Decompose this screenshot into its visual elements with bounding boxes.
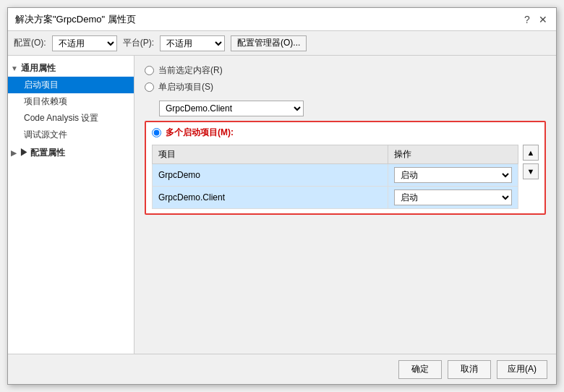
main-area: 通用属性 启动项目 项目依赖项 Code Analysis 设置 调试源文件 ▶…: [8, 56, 556, 354]
title-bar-controls: ? ✕: [521, 14, 549, 25]
multi-label-row: 多个启动项目(M):: [152, 127, 539, 139]
single-project-select[interactable]: GrpcDemo.Client: [159, 101, 304, 116]
startup-label: 启动项目: [24, 79, 59, 91]
startup-radio-group: 当前选定内容(R) 单启动项目(S): [145, 64, 546, 93]
action-select-2[interactable]: 启动 无操作 启动（不调试）: [394, 189, 512, 205]
dialog: 解决方案"GrpcDemo" 属性页 ? ✕ 配置(O): 不适用 平台(P):…: [7, 7, 557, 385]
move-up-button[interactable]: ▲: [523, 145, 539, 161]
multi-startup-section: 多个启动项目(M): 项目 操作: [145, 121, 546, 215]
action-select-1[interactable]: 启动 无操作 启动（不调试）: [394, 167, 512, 183]
close-button[interactable]: ✕: [537, 14, 549, 25]
general-props-label: 通用属性: [21, 62, 56, 74]
action-cell-2: 启动 无操作 启动（不调试）: [388, 187, 518, 209]
ok-button[interactable]: 确定: [398, 360, 442, 379]
projects-area: 项目 操作 GrpcDemo 启动: [152, 145, 539, 209]
radio-single-label: 单启动项目(S): [158, 81, 213, 93]
radio-current[interactable]: [145, 66, 154, 75]
sidebar-item-code-analysis[interactable]: Code Analysis 设置: [8, 110, 134, 127]
cancel-button[interactable]: 取消: [448, 360, 491, 379]
footer: 确定 取消 应用(A): [8, 354, 556, 384]
action-cell-1: 启动 无操作 启动（不调试）: [388, 164, 518, 187]
deps-label: 项目依赖项: [24, 95, 67, 108]
code-analysis-label: Code Analysis 设置: [24, 112, 98, 124]
sidebar-item-debug-sources[interactable]: 调试源文件: [8, 127, 134, 143]
config-select[interactable]: 不适用: [52, 35, 117, 51]
col-project-header: 项目: [153, 145, 388, 164]
config-manager-button[interactable]: 配置管理器(O)...: [231, 35, 307, 51]
multi-label: 多个启动项目(M):: [166, 127, 234, 139]
general-props-group: 通用属性 启动项目 项目依赖项 Code Analysis 设置 调试源文件: [8, 59, 134, 145]
sidebar-item-deps[interactable]: 项目依赖项: [8, 93, 134, 110]
toolbar: 配置(O): 不适用 平台(P): 不适用 配置管理器(O)...: [8, 31, 556, 56]
content-area: 当前选定内容(R) 单启动项目(S) GrpcDemo.Client 多个启动项…: [134, 56, 556, 354]
move-down-button[interactable]: ▼: [523, 163, 539, 179]
radio-multi[interactable]: [152, 128, 161, 137]
radio-single-row: 单启动项目(S): [145, 81, 546, 93]
project-cell-1: GrpcDemo: [153, 164, 388, 187]
radio-current-row: 当前选定内容(R): [145, 64, 546, 77]
platform-label: 平台(P):: [123, 37, 154, 49]
col-action-header: 操作: [388, 145, 518, 164]
radio-current-label: 当前选定内容(R): [158, 64, 223, 77]
debug-sources-label: 调试源文件: [24, 129, 67, 141]
table-row: GrpcDemo 启动 无操作 启动（不调试）: [153, 164, 518, 187]
projects-table-wrap: 项目 操作 GrpcDemo 启动: [152, 145, 518, 209]
general-arrow-icon: [11, 64, 18, 72]
single-project-row: GrpcDemo.Client: [159, 101, 546, 116]
side-arrows: ▲ ▼: [523, 145, 539, 179]
project-cell-2: GrpcDemo.Client: [153, 187, 388, 209]
config-props-arrow-icon: [11, 149, 17, 157]
projects-table: 项目 操作 GrpcDemo 启动: [152, 145, 518, 209]
platform-select[interactable]: 不适用: [160, 35, 225, 51]
help-button[interactable]: ?: [521, 14, 533, 25]
sidebar: 通用属性 启动项目 项目依赖项 Code Analysis 设置 调试源文件 ▶…: [8, 56, 134, 354]
title-bar: 解决方案"GrpcDemo" 属性页 ? ✕: [8, 8, 556, 31]
apply-button[interactable]: 应用(A): [497, 360, 547, 379]
table-row: GrpcDemo.Client 启动 无操作 启动（不调试）: [153, 187, 518, 209]
sidebar-item-startup[interactable]: 启动项目: [8, 77, 134, 93]
general-props-header[interactable]: 通用属性: [8, 60, 134, 77]
radio-single[interactable]: [145, 82, 154, 92]
config-label: 配置(O):: [14, 37, 46, 49]
dialog-title: 解决方案"GrpcDemo" 属性页: [15, 13, 136, 26]
config-props-label: ▶ 配置属性: [20, 147, 65, 159]
config-props-header[interactable]: ▶ 配置属性: [8, 145, 134, 161]
